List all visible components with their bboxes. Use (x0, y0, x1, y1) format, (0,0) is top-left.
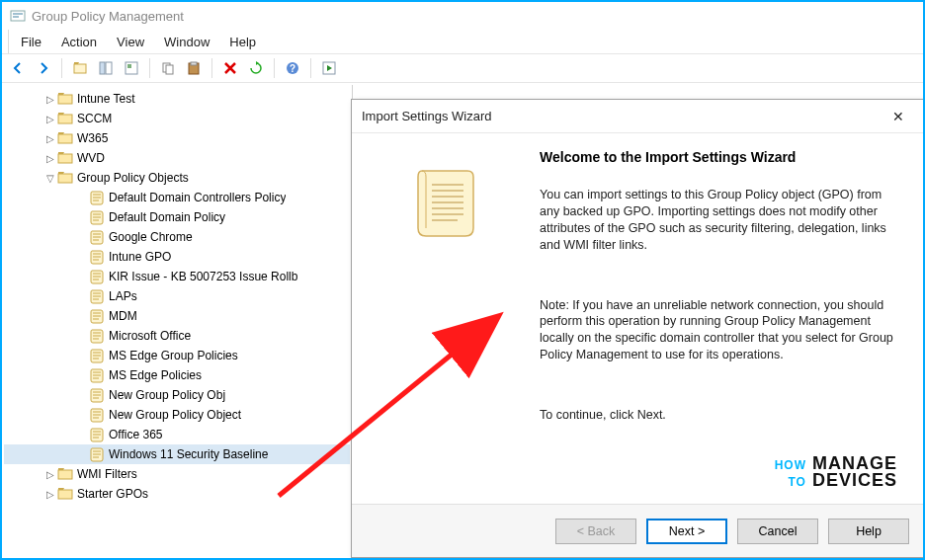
tree-item[interactable]: LAPs (4, 286, 350, 306)
next-button[interactable]: Next > (646, 519, 727, 544)
gpo-icon (89, 209, 105, 225)
run-button[interactable] (317, 56, 341, 80)
forward-button[interactable] (32, 56, 55, 80)
cancel-button[interactable]: Cancel (737, 519, 818, 544)
tree-item[interactable]: Default Domain Controllers Policy (4, 188, 350, 207)
tree-item[interactable]: ▷Starter GPOs (4, 484, 350, 504)
tree-item-label: Intune GPO (109, 250, 171, 264)
help-button[interactable]: ? (281, 56, 304, 80)
svg-rect-5 (106, 62, 112, 74)
copy-button[interactable] (156, 56, 180, 80)
gpo-icon (89, 446, 105, 462)
tree-item[interactable]: ▽Group Policy Objects (4, 168, 350, 188)
folder-icon (57, 130, 73, 146)
app-icon (10, 8, 26, 24)
tree-item[interactable]: Microsoft Office (4, 326, 350, 346)
tree-item-label: SCCM (77, 112, 112, 125)
menu-file[interactable]: File (11, 33, 51, 51)
gpo-icon (89, 427, 105, 442)
tree-item-label: Intune Test (77, 92, 135, 106)
tree-item-label: Google Chrome (109, 230, 193, 244)
expander-icon[interactable]: ▽ (43, 173, 57, 184)
tree-item[interactable]: Windows 11 Security Baseline (4, 444, 350, 464)
tree-item[interactable]: New Group Policy Obj (4, 385, 350, 405)
tree-item[interactable]: ▷SCCM (4, 109, 350, 128)
menu-view[interactable]: View (107, 33, 154, 51)
refresh-button[interactable] (244, 56, 268, 80)
expander-icon[interactable]: ▷ (43, 489, 57, 500)
tree-item[interactable]: ▷WMI Filters (4, 464, 350, 484)
svg-rect-15 (58, 95, 72, 104)
tree-item[interactable]: ▷WVD (4, 148, 350, 168)
tree-item[interactable]: Office 365 (4, 425, 350, 444)
back-button[interactable] (6, 56, 30, 80)
tree-item[interactable]: ▷W365 (4, 128, 350, 148)
tree-item-label: New Group Policy Object (109, 408, 241, 422)
tree-item-label: Default Domain Controllers Policy (109, 191, 286, 204)
menu-action[interactable]: Action (51, 33, 107, 51)
expander-icon[interactable]: ▷ (43, 469, 57, 480)
tree-view[interactable]: ▷Intune Test▷SCCM▷W365▷WVD▽Group Policy … (2, 85, 353, 558)
tree-item-label: Office 365 (109, 428, 162, 441)
svg-rect-7 (127, 64, 131, 68)
tree-item-label: Microsoft Office (109, 329, 191, 343)
import-settings-wizard: Import Settings Wizard ✕ Welcome to th (351, 99, 924, 558)
help-button[interactable]: Help (828, 519, 909, 544)
tree-item-label: New Group Policy Obj (109, 388, 225, 402)
tree-item[interactable]: MS Edge Policies (4, 365, 350, 385)
tree-item[interactable]: Default Domain Policy (4, 207, 350, 227)
window-title: Group Policy Management (32, 9, 184, 24)
titlebar: Group Policy Management (2, 2, 923, 30)
up-button[interactable] (68, 56, 92, 80)
tree-item[interactable]: KIR Issue - KB 5007253 Issue Rollb (4, 267, 350, 286)
paste-button[interactable] (182, 56, 206, 80)
svg-rect-18 (58, 154, 72, 163)
svg-rect-16 (58, 115, 72, 123)
tree-item[interactable]: ▷Intune Test (4, 89, 350, 109)
svg-rect-2 (13, 16, 19, 18)
tree-item[interactable]: MDM (4, 306, 350, 326)
tree-item-label: MDM (109, 309, 137, 323)
wizard-title: Import Settings Wizard (362, 109, 492, 123)
wizard-heading: Welcome to the Import Settings Wizard (540, 149, 903, 165)
menu-help[interactable]: Help (219, 33, 266, 51)
svg-rect-19 (58, 174, 72, 183)
gpo-icon (89, 387, 105, 403)
tree-item-label: Windows 11 Security Baseline (109, 447, 268, 461)
expander-icon[interactable]: ▷ (43, 94, 57, 105)
wizard-para-3: To continue, click Next. (540, 407, 903, 424)
show-hide-tree-button[interactable] (94, 56, 118, 80)
tree-item[interactable]: Google Chrome (4, 227, 350, 247)
gpo-icon (89, 288, 105, 304)
gpo-icon (89, 229, 105, 245)
tree-item-label: Starter GPOs (77, 487, 148, 501)
gpo-icon (89, 407, 105, 423)
tree-item-label: Default Domain Policy (109, 210, 225, 224)
tree-item-label: W365 (77, 131, 108, 145)
scroll-icon (414, 163, 477, 504)
expander-icon[interactable]: ▷ (43, 114, 57, 124)
gpo-icon (89, 308, 105, 324)
tree-item[interactable]: New Group Policy Object (4, 405, 350, 425)
folder-icon (57, 170, 73, 186)
expander-icon[interactable]: ▷ (43, 133, 57, 144)
folder-icon (57, 466, 73, 482)
properties-button[interactable] (120, 56, 143, 80)
tree-item[interactable]: MS Edge Group Policies (4, 346, 350, 365)
menubar: File Action View Window Help (2, 30, 923, 53)
tree-item[interactable]: Intune GPO (4, 247, 350, 267)
svg-text:?: ? (290, 63, 295, 74)
tree-item-label: WMI Filters (77, 467, 137, 481)
tree-item-label: KIR Issue - KB 5007253 Issue Rollb (109, 270, 297, 283)
folder-icon (57, 91, 73, 107)
folder-icon (57, 486, 73, 502)
gpo-icon (89, 367, 105, 383)
folder-icon (57, 111, 73, 126)
close-button[interactable]: ✕ (883, 105, 913, 128)
expander-icon[interactable]: ▷ (43, 153, 57, 164)
svg-rect-11 (191, 62, 197, 65)
tree-item-label: MS Edge Policies (109, 368, 202, 382)
back-button[interactable]: < Back (555, 519, 636, 544)
delete-button[interactable] (218, 56, 242, 80)
menu-window[interactable]: Window (154, 33, 219, 51)
